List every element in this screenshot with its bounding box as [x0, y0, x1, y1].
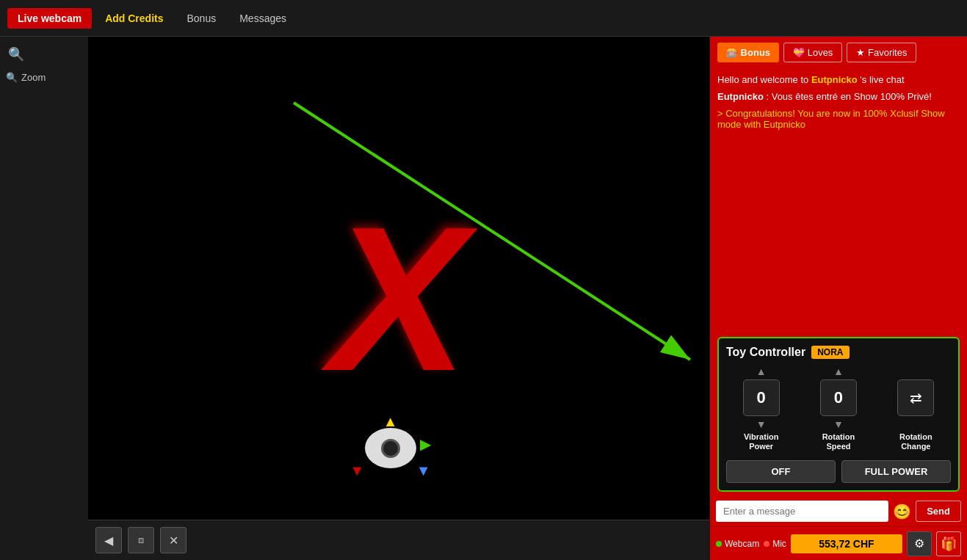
- message-input-row: 😊 Send: [710, 496, 967, 526]
- webcam-label: Webcam: [725, 539, 759, 549]
- toy-controller-title: Toy Controller: [726, 346, 805, 359]
- webcam-status-dot: [716, 541, 722, 547]
- video-bottom-controls: ◀ ⧈ ✕: [88, 520, 710, 560]
- mic-status-dot: [764, 541, 769, 547]
- right-panel: 🎰 Bonus 💝 Loves ★ Favorites Hello and we…: [710, 37, 967, 560]
- emoji-button[interactable]: 😊: [893, 503, 911, 520]
- volume-button[interactable]: ◀: [95, 527, 122, 553]
- panel-top-buttons: 🎰 Bonus 💝 Loves ★ Favorites: [710, 37, 967, 68]
- arrow-right-icon: ▶: [420, 435, 431, 453]
- toy-action-buttons: OFF FULL POWER: [726, 460, 951, 483]
- rotation-change-knob: ▲ ⇄ ▼ RotationChange: [897, 366, 934, 451]
- toy-full-power-button[interactable]: FULL POWER: [841, 460, 951, 483]
- vibration-power-knob: ▲ 0 ▼ VibrationPower: [743, 366, 780, 451]
- tab-add-credits[interactable]: Add Credits: [95, 8, 173, 29]
- welcome-message: Hello and welcome to Eutpnicko 's live c…: [717, 74, 960, 85]
- webcam-body: [365, 428, 416, 468]
- webcam-device-icon: ▲ ▶ ▼ ▼: [350, 413, 424, 472]
- equalizer-button[interactable]: ⧈: [128, 527, 154, 553]
- send-button[interactable]: Send: [916, 501, 961, 522]
- rotation-speed-down-button[interactable]: ▼: [833, 419, 844, 429]
- credits-display: 553,72 CHF: [791, 534, 902, 553]
- username-link[interactable]: Eutpnicko: [811, 74, 858, 85]
- chat-area: Hello and welcome to Eutpnicko 's live c…: [710, 68, 967, 332]
- rotation-speed-up-button[interactable]: ▲: [833, 366, 844, 377]
- vibration-up-button[interactable]: ▲: [756, 366, 767, 377]
- video-area: X ▲ ▶ ▼ ▼: [88, 37, 710, 560]
- chat-message-1: Eutpnicko : Vous êtes entré en Show 100%…: [717, 91, 960, 102]
- settings-button[interactable]: ⚙: [907, 531, 932, 556]
- loves-button[interactable]: 💝 Loves: [783, 43, 842, 62]
- search-icon[interactable]: 🔍: [6, 44, 26, 65]
- mic-status: Mic: [764, 539, 786, 549]
- chat-username: Eutpnicko: [717, 91, 764, 102]
- vibration-down-button[interactable]: ▼: [756, 419, 767, 429]
- toy-controller: Toy Controller NORA ▲ 0 ▼ VibrationPower…: [717, 337, 960, 492]
- tab-messages[interactable]: Messages: [229, 8, 297, 29]
- video-content: X ▲ ▶ ▼ ▼: [88, 37, 710, 560]
- message-input[interactable]: [716, 501, 888, 522]
- left-sidebar: 🔍 🔍 Zoom: [0, 37, 88, 560]
- toy-controller-header: Toy Controller NORA: [726, 346, 951, 359]
- close-button[interactable]: ✕: [160, 527, 186, 553]
- webcam-lens: [381, 439, 400, 458]
- vibration-value: 0: [743, 379, 780, 416]
- tab-bonus[interactable]: Bonus: [177, 8, 227, 29]
- bonus-button[interactable]: 🎰 Bonus: [717, 43, 779, 62]
- zoom-icon: 🔍: [6, 72, 18, 83]
- gift-button[interactable]: 🎁: [936, 531, 961, 556]
- rotation-change-label: RotationChange: [899, 432, 932, 451]
- webcam-status: Webcam: [716, 539, 759, 549]
- toy-badge: NORA: [811, 346, 849, 359]
- chat-text: Vous êtes entré en Show 100% Privé!: [772, 91, 932, 102]
- zoom-control[interactable]: 🔍 Zoom: [6, 72, 82, 83]
- favorites-button[interactable]: ★ Favorites: [847, 43, 916, 62]
- rotation-speed-label: RotationSpeed: [822, 432, 855, 451]
- arrow-bottom-left-icon: ▼: [350, 462, 365, 479]
- mic-label: Mic: [772, 539, 786, 549]
- arrow-bottom-right-icon: ▼: [416, 462, 431, 479]
- rotation-speed-knob: ▲ 0 ▼ RotationSpeed: [820, 366, 857, 451]
- x-logo: X: [330, 196, 468, 401]
- rotation-change-button[interactable]: ⇄: [897, 379, 934, 416]
- top-navigation: Live webcam Add Credits Bonus Messages: [0, 0, 967, 37]
- vibration-label: VibrationPower: [744, 432, 778, 451]
- tab-live-webcam[interactable]: Live webcam: [7, 8, 92, 29]
- toy-controls: ▲ 0 ▼ VibrationPower ▲ 0 ▼ RotationSpeed…: [726, 366, 951, 451]
- toy-off-button[interactable]: OFF: [726, 460, 836, 483]
- panel-bottom-bar: Webcam Mic 553,72 CHF ⚙ 🎁: [710, 526, 967, 560]
- zoom-label: Zoom: [21, 72, 46, 83]
- congrats-message: > Congratulations! You are now in 100% X…: [717, 108, 960, 130]
- video-overlay: X: [88, 37, 710, 560]
- main-layout: 🔍 🔍 Zoom X ▲ ▶ ▼ ▼: [0, 37, 967, 560]
- rotation-speed-value: 0: [820, 379, 857, 416]
